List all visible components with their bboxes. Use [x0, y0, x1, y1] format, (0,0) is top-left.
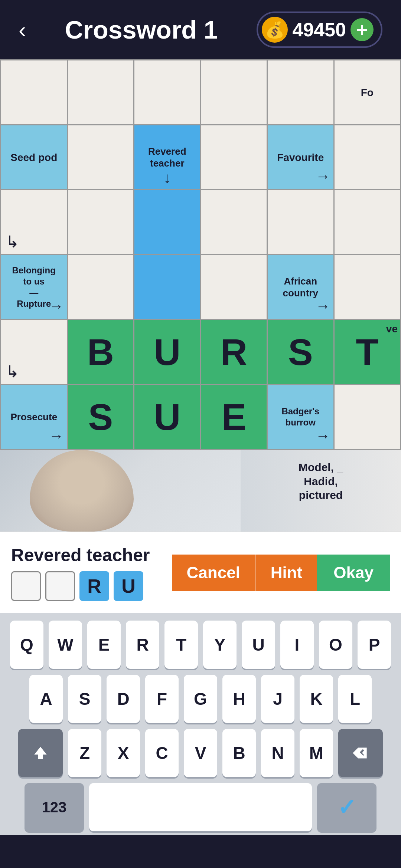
hint-button[interactable]: Hint	[255, 555, 317, 591]
key-P[interactable]: P	[358, 621, 391, 669]
cell-r3c5[interactable]	[335, 255, 401, 320]
answer-box-3[interactable]: R	[79, 571, 109, 601]
keyboard-row-3: Z X C V B N M	[4, 729, 397, 777]
checkmark-icon: ✓	[338, 794, 356, 820]
answer-letter-U: U	[121, 575, 136, 597]
key-E[interactable]: E	[87, 621, 121, 669]
clue-revered-teacher: Reveredteacher	[145, 142, 189, 172]
cell-r4c2-U[interactable]: U	[134, 320, 201, 385]
clue-prompt-text: Revered teacher	[11, 545, 172, 565]
clue-african-country: Africancountry	[280, 272, 321, 302]
cell-r0c1[interactable]	[68, 60, 135, 125]
cell-r0c2[interactable]	[134, 60, 201, 125]
key-H[interactable]: H	[222, 675, 256, 723]
letter-T: T	[356, 331, 378, 374]
key-D[interactable]: D	[107, 675, 140, 723]
cell-r3c3[interactable]	[201, 255, 268, 320]
cell-r2c5[interactable]	[335, 190, 401, 255]
cancel-button[interactable]: Cancel	[172, 555, 255, 591]
photo-row: Model, _Hadid,pictured	[0, 450, 401, 532]
crossword-grid: Fo Seed pod Reveredteacher Favourite Bel…	[0, 59, 401, 532]
cell-r0c5[interactable]: Fo	[335, 60, 401, 125]
cell-r5c1-S[interactable]: S	[68, 385, 135, 450]
key-Q[interactable]: Q	[10, 621, 43, 669]
key-N[interactable]: N	[261, 729, 294, 777]
key-G[interactable]: G	[184, 675, 217, 723]
key-A[interactable]: A	[29, 675, 63, 723]
key-123[interactable]: 123	[25, 783, 84, 831]
cell-r4c3-R[interactable]: R	[201, 320, 268, 385]
keyboard-row-1: Q W E R T Y U I O P	[4, 621, 397, 669]
answer-boxes: R U	[11, 571, 172, 601]
letter-E: E	[221, 396, 246, 438]
cell-r1c0[interactable]: Seed pod	[1, 125, 68, 190]
key-W[interactable]: W	[49, 621, 82, 669]
key-K[interactable]: K	[300, 675, 333, 723]
cell-r2c4[interactable]	[268, 190, 335, 255]
key-J[interactable]: J	[261, 675, 294, 723]
cell-r5c2-U[interactable]: U	[134, 385, 201, 450]
cell-r4c0[interactable]	[1, 320, 68, 385]
cell-r2c0[interactable]	[1, 190, 68, 255]
clue-fo: Fo	[358, 83, 376, 102]
key-Y[interactable]: Y	[203, 621, 237, 669]
cell-r4c5-T[interactable]: T ve	[335, 320, 401, 385]
answer-box-1[interactable]	[11, 571, 41, 601]
key-X[interactable]: X	[107, 729, 140, 777]
cell-r3c2[interactable]	[134, 255, 201, 320]
cell-r1c5[interactable]	[335, 125, 401, 190]
key-U[interactable]: U	[242, 621, 275, 669]
coin-value: 49450	[292, 19, 346, 41]
clue-badgers-burrow: Badger'sburrow	[278, 403, 322, 431]
cell-r3c1[interactable]	[68, 255, 135, 320]
answer-box-2[interactable]	[45, 571, 75, 601]
cell-r2c1[interactable]	[68, 190, 135, 255]
cell-r5c0-prosecute[interactable]: Prosecute	[1, 385, 68, 450]
cell-r1c1[interactable]	[68, 125, 135, 190]
backspace-key[interactable]	[338, 729, 383, 777]
clue-model-hadid: Model, _Hadid,pictured	[244, 457, 397, 505]
cell-r5c5[interactable]	[335, 385, 401, 450]
key-C[interactable]: C	[145, 729, 179, 777]
okay-button[interactable]: Okay	[317, 555, 390, 591]
cell-r5c4-badger[interactable]: Badger'sburrow	[268, 385, 335, 450]
key-V[interactable]: V	[184, 729, 217, 777]
cell-r1c3[interactable]	[201, 125, 268, 190]
clue-prosecute: Prosecute	[7, 408, 60, 426]
key-T[interactable]: T	[164, 621, 198, 669]
cell-r2c3[interactable]	[201, 190, 268, 255]
key-B[interactable]: B	[222, 729, 256, 777]
answer-box-4[interactable]: U	[114, 571, 143, 601]
space-key[interactable]	[89, 783, 312, 831]
cell-r3c0-belonging[interactable]: Belongingto us—Rupture	[1, 255, 68, 320]
back-button[interactable]: ‹	[19, 17, 26, 43]
clue-seed-pod: Seed pod	[7, 148, 60, 167]
cell-r1c2-clue[interactable]: Reveredteacher	[134, 125, 201, 190]
confirm-key[interactable]: ✓	[317, 783, 376, 831]
cell-r4c1-B[interactable]: B	[68, 320, 135, 385]
shift-key[interactable]	[18, 729, 63, 777]
coin-badge: 💰 49450 +	[257, 11, 382, 48]
letter-R: R	[221, 331, 247, 374]
cell-r2c2[interactable]	[134, 190, 201, 255]
cell-r0c0[interactable]	[1, 60, 68, 125]
cell-r3c4-african[interactable]: Africancountry	[268, 255, 335, 320]
cell-r0c3[interactable]	[201, 60, 268, 125]
key-Z[interactable]: Z	[68, 729, 101, 777]
clue-belonging-rupture: Belongingto us—Rupture	[9, 262, 59, 312]
key-F[interactable]: F	[145, 675, 179, 723]
key-R[interactable]: R	[126, 621, 159, 669]
cell-r5c3-E[interactable]: E	[201, 385, 268, 450]
key-I[interactable]: I	[280, 621, 314, 669]
cell-r1c4-favourite[interactable]: Favourite	[268, 125, 335, 190]
letter-U2: U	[154, 396, 180, 438]
letter-U: U	[154, 331, 180, 374]
cell-r0c4[interactable]	[268, 60, 335, 125]
key-S[interactable]: S	[68, 675, 101, 723]
cell-r4c4-S[interactable]: S	[268, 320, 335, 385]
add-coins-button[interactable]: +	[351, 18, 374, 41]
page-title: Crossword 1	[65, 15, 218, 44]
key-L[interactable]: L	[338, 675, 372, 723]
key-O[interactable]: O	[319, 621, 352, 669]
key-M[interactable]: M	[300, 729, 333, 777]
